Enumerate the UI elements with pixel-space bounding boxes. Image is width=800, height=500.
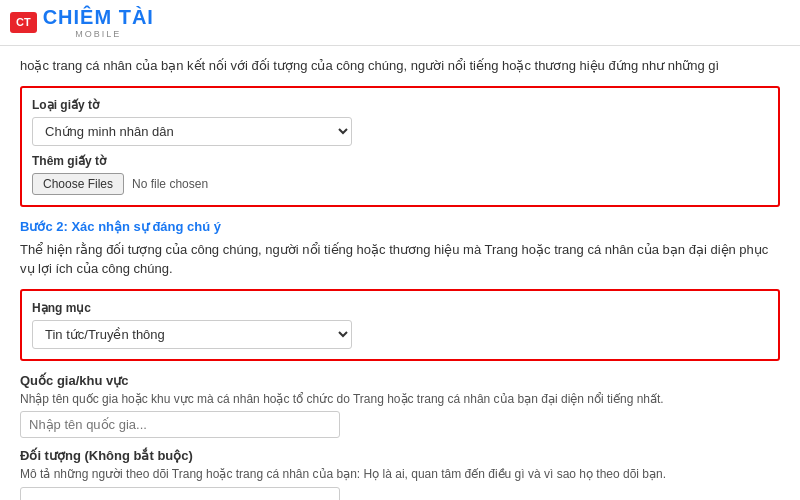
choose-files-button[interactable]: Choose Files	[32, 173, 124, 195]
step2-label: Bước 2: Xác nhận sự đáng chú ý	[20, 219, 780, 234]
hang-muc-section: Hạng mục Tin tức/Truyền thông Giải trí T…	[20, 289, 780, 361]
logo-area: CHIÊM TÀI MOBILE	[43, 6, 154, 39]
doi-tuong-field: Đối tượng (Không bắt buộc) Mô tả những n…	[20, 448, 780, 500]
quoc-gia-label: Quốc gia/khu vực	[20, 373, 780, 388]
logo-mobile: MOBILE	[43, 29, 154, 39]
file-input-row: Choose Files No file chosen	[32, 173, 768, 195]
doi-tuong-label: Đối tượng (Không bắt buộc)	[20, 448, 780, 463]
loai-giay-to-section: Loại giấy tờ Chứng minh nhân dân Căn cướ…	[20, 86, 780, 207]
header: CT CHIÊM TÀI MOBILE	[0, 0, 800, 46]
doi-tuong-input[interactable]	[20, 487, 340, 500]
quoc-gia-field: Quốc gia/khu vực Nhập tên quốc gia hoặc …	[20, 373, 780, 439]
hang-muc-select[interactable]: Tin tức/Truyền thông Giải trí Thể thao K…	[32, 320, 352, 349]
quoc-gia-input[interactable]	[20, 411, 340, 438]
quoc-gia-sublabel: Nhập tên quốc gia hoặc khu vực mà cá nhâ…	[20, 391, 780, 408]
no-file-text: No file chosen	[132, 177, 208, 191]
top-text: hoặc trang cá nhân của bạn kết nối với đ…	[20, 56, 780, 76]
logo-box: CT	[10, 12, 37, 33]
loai-giay-to-select[interactable]: Chứng minh nhân dân Căn cước công dân Hộ…	[32, 117, 352, 146]
hang-muc-label: Hạng mục	[32, 301, 768, 315]
logo-name: CHIÊM TÀI	[43, 6, 154, 29]
them-giay-to-label: Thêm giấy tờ	[32, 154, 768, 168]
step2-desc: Thể hiện rằng đối tượng của công chúng, …	[20, 240, 780, 279]
loai-giay-to-label: Loại giấy tờ	[32, 98, 768, 112]
main-content: hoặc trang cá nhân của bạn kết nối với đ…	[0, 46, 800, 500]
doi-tuong-sublabel: Mô tả những người theo dõi Trang hoặc tr…	[20, 466, 780, 483]
